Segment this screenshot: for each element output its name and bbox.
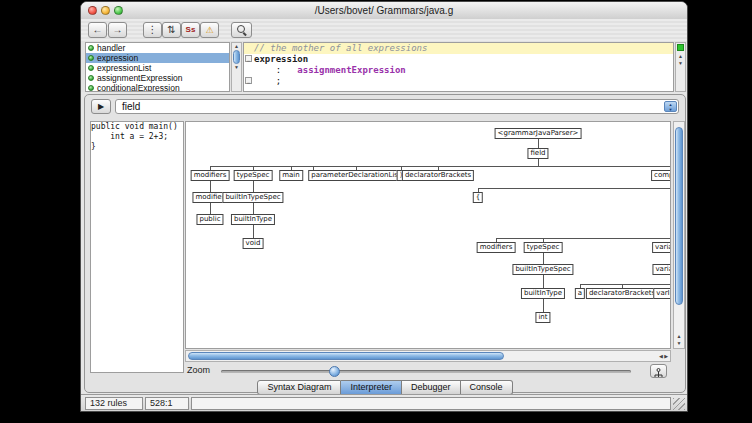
vertical-scrollbar-thumb[interactable] bbox=[675, 127, 683, 305]
parse-tree-edges bbox=[186, 122, 671, 349]
resize-grip[interactable] bbox=[673, 398, 685, 410]
play-icon: ▶ bbox=[98, 102, 104, 111]
horizontal-scrollbar-thumb[interactable] bbox=[188, 352, 504, 360]
fold-toggle-icon[interactable]: − bbox=[245, 55, 252, 62]
tree-node-db1: declaratorBrackets bbox=[402, 170, 474, 181]
rules-group-button[interactable]: ⋮ bbox=[143, 22, 162, 38]
literals-button[interactable]: Ss bbox=[181, 22, 200, 38]
code-token: ; bbox=[254, 76, 281, 87]
rule-item-handler[interactable]: handler bbox=[86, 43, 229, 53]
rule-item-conditionalExpression[interactable]: conditionalExpression bbox=[86, 83, 229, 92]
rules-list[interactable]: handlerexpressionexpressionListassignmen… bbox=[85, 42, 230, 92]
editor-line: // the mother of all expressions bbox=[244, 43, 673, 54]
sort-arrows-icon: ⇅ bbox=[167, 24, 175, 35]
tab-syntax-diagram[interactable]: Syntax Diagram bbox=[257, 380, 341, 395]
input-line: } bbox=[91, 142, 183, 152]
rule-status-icon bbox=[88, 75, 94, 81]
find-button[interactable] bbox=[231, 22, 252, 38]
zoom-slider[interactable] bbox=[221, 370, 631, 373]
tab-interpreter[interactable]: Interpreter bbox=[341, 380, 402, 395]
toolbar: ← → ⋮ ⇅ Ss ⚠ bbox=[81, 19, 687, 43]
scroll-down-icon[interactable]: ▼ bbox=[676, 60, 685, 67]
tree-node-db2: declaratorBrackets bbox=[586, 288, 658, 299]
rule-label: conditionalExpression bbox=[97, 83, 180, 92]
rules-count-field: 132 rules bbox=[85, 397, 143, 410]
tree-node-g: <grammarJavaParser> bbox=[495, 128, 582, 139]
tree-node-mods1: modifiers bbox=[191, 170, 230, 181]
start-rule-value: field bbox=[122, 101, 140, 112]
fold-gutter bbox=[244, 43, 254, 54]
tree-node-lb: { bbox=[473, 192, 483, 203]
zoom-label: Zoom bbox=[187, 365, 210, 375]
scroll-up-icon[interactable]: ▲ bbox=[674, 333, 684, 340]
editor-line: −expression bbox=[244, 54, 673, 65]
scroll-right-icon[interactable]: ▶ bbox=[664, 353, 668, 359]
title-bar[interactable]: /Users/bovet/ Grammars/java.g bbox=[81, 2, 687, 20]
rule-item-assignmentExpression[interactable]: assignmentExpression bbox=[86, 73, 229, 83]
desktop: /Users/bovet/ Grammars/java.g ← → ⋮ ⇅ Ss… bbox=[0, 0, 752, 423]
status-message-field bbox=[191, 397, 671, 410]
run-button[interactable]: ▶ bbox=[91, 99, 111, 114]
tab-console[interactable]: Console bbox=[461, 380, 513, 395]
bottom-tabs: Syntax DiagramInterpreterDebuggerConsole bbox=[85, 380, 685, 395]
rule-item-expression[interactable]: expression bbox=[86, 53, 229, 63]
tree-node-ts2: typeSpec bbox=[524, 242, 563, 253]
editor-scrollbar[interactable]: ▲ ▼ bbox=[675, 42, 686, 92]
fold-gutter bbox=[244, 65, 254, 76]
antlrworks-window: /Users/bovet/ Grammars/java.g ← → ⋮ ⇅ Ss… bbox=[80, 1, 688, 412]
code-token: // the mother of all expressions bbox=[254, 43, 427, 54]
rules-scrollbar[interactable]: ▲ ▼ bbox=[231, 42, 242, 92]
grammar-health-indicator bbox=[677, 44, 684, 51]
rule-label: expressionList bbox=[97, 63, 151, 73]
parse-tree-canvas: <grammarJavaParser>fieldmodifierstypeSpe… bbox=[186, 122, 671, 349]
zoom-slider-thumb[interactable] bbox=[329, 366, 340, 377]
rule-item-expressionList[interactable]: expressionList bbox=[86, 63, 229, 73]
rule-status-icon bbox=[88, 85, 94, 91]
arrow-right-icon: → bbox=[113, 24, 123, 35]
fold-toggle-icon[interactable]: − bbox=[245, 77, 252, 84]
scroll-up-icon[interactable]: ▲ bbox=[232, 43, 241, 50]
tree-horizontal-scrollbar[interactable]: ◀ ▶ bbox=[185, 350, 671, 362]
scroll-down-icon[interactable]: ▼ bbox=[674, 340, 684, 347]
caret-position-field: 528:1 bbox=[145, 397, 189, 410]
tree-node-a: a bbox=[575, 288, 585, 299]
scroll-up-icon[interactable]: ▲ bbox=[676, 53, 685, 60]
start-rule-select[interactable]: field ▲ ▼ bbox=[115, 99, 679, 114]
rule-label: handler bbox=[97, 43, 125, 53]
search-icon bbox=[237, 25, 247, 35]
sort-rules-button[interactable]: ⇅ bbox=[162, 22, 181, 38]
code-token: expression bbox=[254, 54, 308, 65]
editor-line: : assignmentExpression bbox=[244, 65, 673, 76]
dots-icon: ⋮ bbox=[148, 24, 158, 35]
upper-split: handlerexpressionexpressionListassignmen… bbox=[81, 42, 687, 92]
status-bar: 132 rules 528:1 bbox=[81, 394, 687, 412]
tree-node-bits2: builtInTypeSpec bbox=[512, 264, 573, 275]
literals-icon: Ss bbox=[186, 25, 196, 34]
tree-node-mods2: modifiers bbox=[477, 242, 516, 253]
tree-layout-button[interactable] bbox=[650, 364, 667, 378]
tree-node-vinit: varInitializer bbox=[653, 288, 671, 299]
scroll-down-icon[interactable]: ▼ bbox=[232, 64, 241, 71]
warnings-button[interactable]: ⚠ bbox=[200, 22, 219, 38]
combo-stepper-icon: ▲ ▼ bbox=[664, 101, 677, 112]
parse-tree-view[interactable]: <grammarJavaParser>fieldmodifierstypeSpe… bbox=[185, 121, 671, 349]
tree-node-ts1: typeSpec bbox=[234, 170, 273, 181]
arrow-left-icon: ← bbox=[93, 24, 103, 35]
interpreter-input[interactable]: public void main() { int a = 2+3;} bbox=[90, 121, 184, 373]
grammar-editor[interactable]: // the mother of all expressions−express… bbox=[243, 42, 674, 92]
tab-debugger[interactable]: Debugger bbox=[402, 380, 461, 395]
rule-label: expression bbox=[97, 53, 138, 63]
tree-node-field: field bbox=[527, 148, 548, 159]
tree-node-cst: compoundStatement bbox=[651, 170, 671, 181]
scroll-left-icon[interactable]: ◀ bbox=[659, 353, 663, 359]
rules-scrollbar-thumb[interactable] bbox=[233, 50, 240, 64]
back-button[interactable]: ← bbox=[88, 22, 107, 38]
tree-vertical-scrollbar[interactable]: ▲ ▼ bbox=[673, 121, 685, 349]
tree-node-void: void bbox=[243, 238, 264, 249]
rule-status-icon bbox=[88, 45, 94, 51]
tree-layout-icon bbox=[653, 368, 664, 379]
code-token: : bbox=[254, 65, 297, 76]
tree-node-main: main bbox=[279, 170, 303, 181]
warning-icon: ⚠ bbox=[205, 25, 213, 35]
forward-button[interactable]: → bbox=[108, 22, 127, 38]
